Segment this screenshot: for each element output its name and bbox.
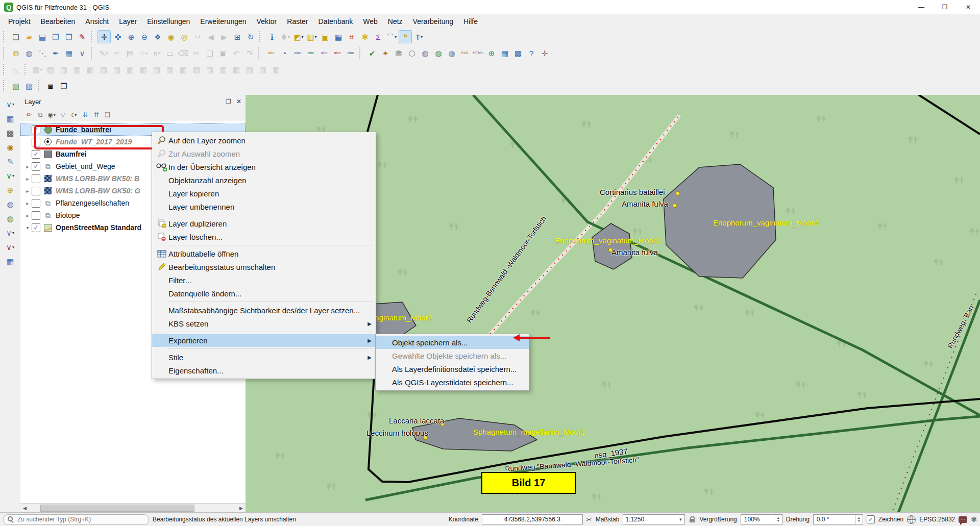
remove-layer-icon[interactable]: ❑ xyxy=(103,110,113,120)
checker-grid-icon[interactable]: ▩ xyxy=(4,127,16,139)
add-wms-layer-icon[interactable]: ◍ xyxy=(23,47,35,59)
expand-arrow-icon[interactable]: ▸ xyxy=(23,164,32,169)
delete-part-icon[interactable]: ▦ xyxy=(151,63,163,76)
menu-item[interactable]: Zur Auswahl zoomen xyxy=(152,147,376,160)
panel-close-icon[interactable]: ✕ xyxy=(236,98,241,105)
save-layer-edits-icon[interactable]: ▤ xyxy=(124,47,136,59)
web-globe-icon[interactable]: ◍ xyxy=(432,47,445,59)
render-checkbox[interactable] xyxy=(867,515,875,523)
scrollbar-thumb[interactable] xyxy=(40,505,194,512)
collapse-all-icon[interactable]: ⇈ xyxy=(91,110,102,120)
task-manager-icon[interactable]: ✾ xyxy=(971,515,977,523)
menubar-item-bearbeiten[interactable]: Bearbeiten xyxy=(36,14,81,29)
add-delimited-text-layer-icon[interactable]: ✒ xyxy=(50,47,62,59)
undo-icon[interactable]: ↶ xyxy=(230,47,242,59)
layer-visibility-checkbox[interactable] xyxy=(32,211,40,220)
select-features-by-value-icon[interactable]: ▥▾ xyxy=(306,31,318,43)
vector-tools-icon[interactable]: ∨▾ xyxy=(4,169,16,182)
processing-toolbox-icon[interactable]: ✻ xyxy=(359,31,371,43)
change-label-icon[interactable]: abc xyxy=(345,47,357,59)
dropdown-arrow-icon[interactable]: ▾ xyxy=(146,51,148,56)
grid-plugin-2-icon[interactable]: ▩ xyxy=(512,47,524,59)
rotation-input[interactable] xyxy=(816,515,855,523)
delete-selected-icon[interactable]: ⌫ xyxy=(177,47,189,59)
copy-features-icon[interactable]: ❏ xyxy=(204,47,216,59)
new-map-view-icon[interactable]: ⊞ xyxy=(231,31,243,43)
fill-ring-icon[interactable]: ▦ xyxy=(124,63,136,76)
menu-item[interactable]: KBS setzen▶ xyxy=(152,317,376,330)
menu-item[interactable]: Layer umbenennen xyxy=(152,200,376,213)
copy-move-feature-icon[interactable]: ▦ xyxy=(58,63,70,76)
add-feature-icon[interactable]: ⊹▾ xyxy=(137,47,150,59)
check-geometries-icon[interactable]: ✔ xyxy=(366,47,378,59)
menu-item[interactable]: Maßstabsabhängige Sichtbarkeit des/der L… xyxy=(152,304,376,317)
locator-search-input[interactable] xyxy=(16,515,144,523)
add-mesh-layer-icon[interactable]: ▦ xyxy=(63,47,75,59)
close-button[interactable]: ✕ xyxy=(957,0,980,14)
layer-visibility-checkbox[interactable] xyxy=(32,187,40,195)
layer-styling-icon[interactable]: ✏ xyxy=(24,110,34,120)
layer-label[interactable]: Gebiet_und_Wege xyxy=(56,162,115,170)
scroll-right-icon[interactable]: ▶ xyxy=(237,506,246,511)
current-edits-icon[interactable]: ✎▾ xyxy=(97,47,110,59)
expand-arrow-icon[interactable]: ▸ xyxy=(23,213,32,218)
dropdown-arrow-icon[interactable]: ▾ xyxy=(106,51,108,56)
annotate-pencil-icon[interactable]: ✎ xyxy=(4,155,16,167)
expand-all-icon[interactable]: ⇊ xyxy=(80,110,90,120)
menu-item[interactable]: Objekt speichern als... xyxy=(376,336,529,349)
filter-legend-icon[interactable]: ▽ xyxy=(58,110,68,120)
dropdown-arrow-icon[interactable]: ▾ xyxy=(158,51,160,56)
help-contents-icon[interactable]: ? xyxy=(525,47,537,59)
extents-toggle-icon[interactable]: ✂ xyxy=(586,516,592,523)
osm-globe-icon[interactable]: ◍ xyxy=(446,47,458,59)
dropdown-arrow-icon[interactable]: ▾ xyxy=(395,35,397,39)
menu-item[interactable]: In der Übersicht anzeigen xyxy=(152,160,376,173)
panel-float-icon[interactable]: ❐ xyxy=(226,98,231,105)
simplify-feature-icon[interactable]: ▦ xyxy=(84,63,96,76)
open-project-icon[interactable]: ▰ xyxy=(23,31,35,43)
open-attribute-table-icon[interactable]: ▦ xyxy=(332,31,345,43)
menu-item[interactable]: Stile▶ xyxy=(152,350,376,364)
menu-item[interactable]: Auf den Layer zoomen xyxy=(152,134,376,147)
highlight-labels-icon[interactable]: abc xyxy=(305,47,317,59)
menubar-item-ansicht[interactable]: Ansicht xyxy=(80,14,114,29)
dropdown-arrow-icon[interactable]: ▾ xyxy=(12,245,14,249)
layer-visibility-checkbox[interactable] xyxy=(32,174,40,183)
magnifier-input[interactable] xyxy=(743,515,775,523)
new-project-icon[interactable]: ❏ xyxy=(10,31,22,43)
layer-label[interactable]: Baumfrei xyxy=(56,150,87,158)
pin-labels-icon[interactable]: abc xyxy=(291,47,304,59)
grid-tools-icon[interactable]: ▦ xyxy=(4,112,16,124)
magnifier-spinbox[interactable]: ▲▼ xyxy=(741,514,782,524)
add-part-icon[interactable]: ▦ xyxy=(111,63,123,76)
crs-status[interactable]: EPSG:25832 xyxy=(919,516,955,523)
add-wfs-layer-icon[interactable]: ⋱ xyxy=(36,47,48,59)
zoom-to-selection-icon[interactable]: ◉ xyxy=(165,31,177,43)
split-parts-icon[interactable]: ▦ xyxy=(204,63,216,76)
menu-item[interactable]: Layer löschen... xyxy=(152,230,376,243)
dropdown-arrow-icon[interactable]: ▾ xyxy=(421,35,423,39)
add-ring-icon[interactable]: ▦ xyxy=(97,63,110,76)
rotate-feature-icon[interactable]: ▦ xyxy=(71,63,83,76)
split-features-icon[interactable]: ▦ xyxy=(190,63,203,76)
menubar-item-verarbeitung[interactable]: Verarbeitung xyxy=(408,14,458,29)
move-label-icon[interactable]: abc xyxy=(318,47,330,59)
layer-visibility-checkbox[interactable] xyxy=(32,199,40,208)
rotation-spinbox[interactable]: ▲▼ xyxy=(813,514,863,524)
scale-lock-icon[interactable] xyxy=(689,516,696,522)
menu-item[interactable]: Layer kopieren xyxy=(152,187,376,200)
db-manager-icon[interactable]: ⛃ xyxy=(393,47,405,59)
menu-item[interactable]: Exportieren▶ xyxy=(152,334,376,347)
pan-to-selection-icon[interactable]: ✜ xyxy=(112,31,124,43)
new-print-layout-icon[interactable]: ❐ xyxy=(50,31,62,43)
coordinate-input[interactable] xyxy=(484,515,580,523)
menu-item[interactable]: Bearbeitungsstatus umschalten xyxy=(152,260,376,273)
expression-filter-icon[interactable]: ε▾ xyxy=(69,110,79,120)
menubar-item-raster[interactable]: Raster xyxy=(282,14,313,29)
menu-item[interactable]: Als QGIS-Layerstildatei speichern... xyxy=(376,375,529,389)
vector-dots-icon[interactable]: ∨▾ xyxy=(4,241,16,253)
locator-search[interactable] xyxy=(3,514,149,525)
dropdown-arrow-icon[interactable]: ▾ xyxy=(288,35,290,39)
merge-attributes-icon[interactable]: ▦ xyxy=(230,63,242,76)
minimize-button[interactable]: — xyxy=(910,0,933,14)
